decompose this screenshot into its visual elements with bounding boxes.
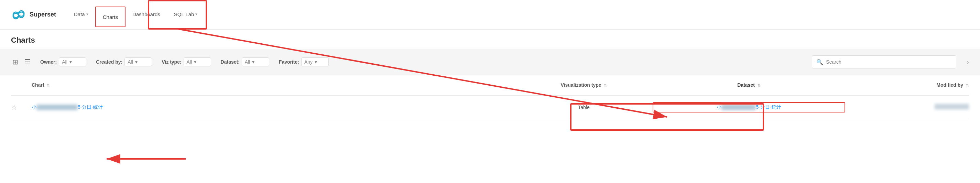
list-view-icon[interactable]: ☰ [23, 56, 32, 67]
chevron-down-icon: ▾ [252, 59, 255, 65]
search-icon: 🔍 [816, 59, 823, 65]
superset-logo-icon [11, 10, 26, 20]
table-header: Chart ⇅ Visualization type ⇅ Dataset ⇅ M… [11, 75, 969, 95]
owner-dropdown[interactable]: All ▾ [59, 57, 86, 66]
nav-item-charts[interactable]: Charts [95, 6, 126, 27]
dataset-name-suffix: 5-分日-统计 [756, 104, 781, 110]
nav-item-dashboards[interactable]: Dashboards [126, 0, 167, 30]
dataset-value: All [245, 59, 250, 65]
chart-name-suffix: 5-分日-统计 [78, 104, 103, 110]
owner-label: Owner: [40, 59, 57, 65]
sort-icon: ⇅ [604, 83, 607, 88]
favorite-value: Any [304, 59, 313, 65]
page-title: Charts [11, 36, 969, 45]
sort-icon: ⇅ [966, 83, 969, 88]
dataset-filter: Dataset: All ▾ [221, 57, 269, 66]
chart-name-cell[interactable]: 小5-分日-统计 [32, 104, 515, 110]
favorite-dropdown[interactable]: Any ▾ [301, 57, 329, 66]
search-input[interactable] [826, 59, 952, 65]
viz-type-label: Viz type: [162, 59, 181, 65]
navbar: Superset Data ▾ Charts Dashboards SQL La… [0, 0, 980, 30]
chevron-down-icon: ▾ [315, 59, 317, 65]
col-modified-header[interactable]: Modified by ⇅ [845, 82, 969, 88]
view-toggle-group: ⊞ ☰ [11, 56, 32, 67]
chart-name-prefix: 小 [32, 104, 37, 110]
page-header: Charts [0, 30, 980, 49]
viz-type-dropdown[interactable]: All ▾ [184, 57, 211, 66]
table-area: Chart ⇅ Visualization type ⇅ Dataset ⇅ M… [0, 75, 980, 119]
chart-name-blurred [37, 105, 78, 110]
favorite-star[interactable]: ☆ [11, 103, 32, 111]
filter-bar: ⊞ ☰ Owner: All ▾ Created by: All ▾ Viz t… [0, 49, 980, 75]
dataset-label: Dataset: [221, 59, 240, 65]
viz-type-filter: Viz type: All ▾ [162, 57, 211, 66]
viz-type-value: All [187, 59, 192, 65]
favorite-filter: Favorite: Any ▾ [279, 57, 329, 66]
grid-view-icon[interactable]: ⊞ [11, 56, 20, 67]
dataset-name-prefix: 小 [717, 104, 721, 110]
created-by-dropdown[interactable]: All ▾ [124, 57, 152, 66]
chevron-down-icon: ▾ [195, 12, 197, 16]
owner-filter: Owner: All ▾ [40, 57, 86, 66]
created-by-filter: Created by: All ▾ [96, 57, 152, 66]
dataset-name-blurred [721, 105, 756, 110]
col-chart-header[interactable]: Chart ⇅ [32, 82, 515, 88]
sort-icon: ⇅ [47, 83, 50, 88]
col-dataset-header[interactable]: Dataset ⇅ [653, 82, 845, 88]
favorite-label: Favorite: [279, 59, 299, 65]
modified-by-blurred [935, 104, 969, 110]
chevron-down-icon: ▾ [86, 12, 88, 16]
created-by-label: Created by: [96, 59, 123, 65]
brand[interactable]: Superset [11, 10, 56, 20]
dataset-dropdown[interactable]: All ▾ [242, 57, 269, 66]
nav-items: Data ▾ Charts Dashboards SQL Lab ▾ [67, 0, 204, 30]
chevron-down-icon: ▾ [135, 59, 138, 65]
dataset-cell[interactable]: 小5-分日-统计 [653, 102, 845, 113]
table-row: ☆ 小5-分日-统计 Table 小5-分日-统计 [11, 95, 969, 119]
nav-item-sqllab[interactable]: SQL Lab ▾ [167, 0, 205, 30]
chevron-down-icon: ▾ [194, 59, 196, 65]
owner-value: All [62, 59, 67, 65]
chevron-down-icon: ▾ [70, 59, 72, 65]
modified-by-cell [845, 104, 969, 110]
sort-icon: ⇅ [757, 83, 760, 88]
brand-name: Superset [30, 11, 56, 18]
next-page-arrow[interactable]: › [967, 58, 969, 66]
col-viz-header[interactable]: Visualization type ⇅ [515, 82, 653, 88]
created-by-value: All [127, 59, 133, 65]
viz-type-cell: Table [515, 105, 653, 110]
nav-item-data[interactable]: Data ▾ [67, 0, 95, 30]
search-box: 🔍 [812, 56, 956, 68]
